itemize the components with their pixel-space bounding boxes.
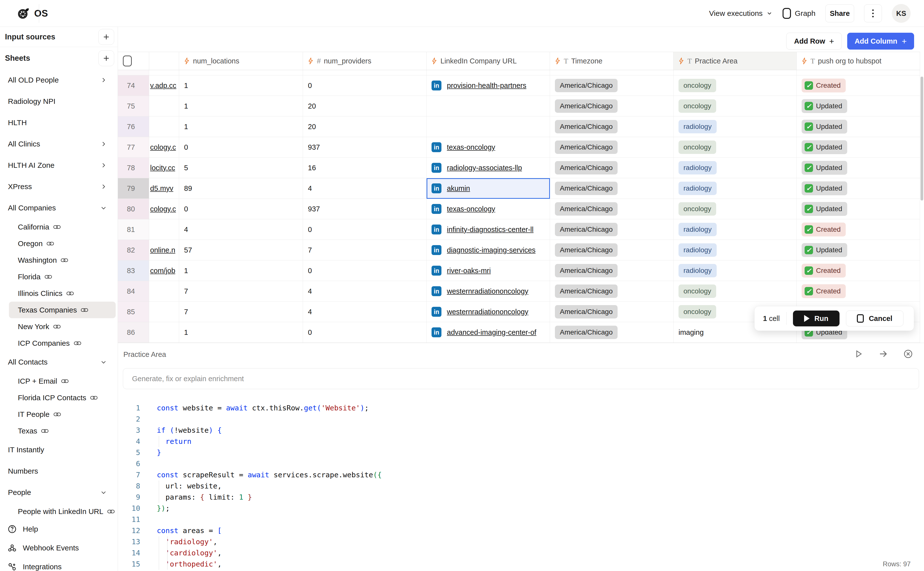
linkedin-cell[interactable] bbox=[427, 116, 550, 137]
row-number[interactable]: 74 bbox=[118, 76, 149, 96]
row-number[interactable]: 83 bbox=[118, 261, 149, 281]
num-providers-cell[interactable]: 937 bbox=[303, 199, 427, 219]
website-cell[interactable]: d5.myv bbox=[149, 178, 179, 199]
num-providers-cell[interactable]: 20 bbox=[303, 116, 427, 137]
website-cell[interactable] bbox=[149, 116, 179, 137]
timezone-cell[interactable]: America/Chicago bbox=[550, 261, 673, 281]
view-executions-dropdown[interactable]: View executions bbox=[709, 9, 772, 18]
website-cell[interactable]: v.adp.cc bbox=[149, 76, 179, 96]
code-line[interactable]: 15 'orthopedic', bbox=[123, 559, 924, 570]
code-editor[interactable]: 1const website = await ctx.thisRow.get('… bbox=[123, 403, 924, 571]
share-button[interactable]: Share bbox=[825, 5, 854, 22]
practice-area-cell[interactable]: oncology bbox=[673, 137, 797, 157]
push-hubspot-cell[interactable]: ✓Created bbox=[797, 76, 920, 96]
linkedin-cell[interactable]: inwesternradiationoncology bbox=[427, 302, 550, 322]
sidebar-item-illinois-clinics[interactable]: Illinois Clinics bbox=[0, 285, 118, 302]
sidebar-item-all-old-people[interactable]: All OLD People bbox=[0, 69, 118, 91]
select-all-checkbox[interactable] bbox=[123, 56, 132, 66]
sidebar-item-all-contacts[interactable]: All Contacts bbox=[0, 352, 118, 373]
sidebar-item-california[interactable]: California bbox=[0, 219, 118, 235]
sidebar-item-xpress[interactable]: XPress bbox=[0, 176, 118, 197]
num-locations-cell[interactable]: 7 bbox=[179, 281, 303, 302]
num-locations-cell[interactable]: 0 bbox=[179, 137, 303, 157]
num-locations-cell[interactable]: 7 bbox=[179, 302, 303, 322]
code-line[interactable]: 10}); bbox=[123, 503, 924, 514]
column-header-select[interactable] bbox=[118, 52, 149, 70]
add-row-button[interactable]: Add Row + bbox=[786, 33, 842, 49]
push-hubspot-cell[interactable]: ✓Created bbox=[797, 261, 920, 281]
linkedin-link[interactable]: texas-oncology bbox=[447, 143, 495, 151]
practice-area-cell[interactable]: oncology bbox=[673, 96, 797, 116]
num-providers-cell[interactable]: 4 bbox=[303, 178, 427, 199]
sidebar-item-help[interactable]: Help bbox=[0, 520, 118, 539]
num-locations-cell[interactable]: 1 bbox=[179, 76, 303, 96]
push-hubspot-cell[interactable]: ✓Updated bbox=[797, 116, 920, 137]
linkedin-link[interactable]: texas-oncology bbox=[447, 205, 495, 213]
push-hubspot-cell[interactable]: ✓Updated bbox=[797, 178, 920, 199]
linkedin-link[interactable]: westernradiationoncology bbox=[447, 287, 528, 295]
timezone-cell[interactable]: America/Chicago bbox=[550, 137, 673, 157]
column-header-timezone[interactable]: TTimezone bbox=[550, 52, 673, 70]
vertical-scrollbar[interactable] bbox=[921, 77, 923, 201]
row-number[interactable]: 78 bbox=[118, 157, 149, 178]
row-number[interactable]: 80 bbox=[118, 199, 149, 219]
code-line[interactable]: 7const scrapeResult = await services.scr… bbox=[123, 469, 924, 480]
sidebar-item-icp-companies[interactable]: ICP Companies bbox=[0, 335, 118, 352]
column-header-website[interactable] bbox=[149, 52, 179, 70]
add-column-button[interactable]: Add Column + bbox=[847, 33, 914, 49]
practice-area-cell[interactable]: radiology bbox=[673, 178, 797, 199]
code-line[interactable]: 12const areas = [ bbox=[123, 525, 924, 536]
practice-area-cell[interactable]: radiology bbox=[673, 261, 797, 281]
push-hubspot-cell[interactable]: ✓Updated bbox=[797, 96, 920, 116]
code-line[interactable]: 2 bbox=[123, 414, 924, 425]
sidebar-item-people[interactable]: People bbox=[0, 482, 118, 503]
linkedin-link[interactable]: river-oaks-mri bbox=[447, 267, 491, 275]
timezone-cell[interactable]: America/Chicago bbox=[550, 178, 673, 199]
linkedin-cell[interactable]: inakumin bbox=[427, 178, 550, 199]
column-header-push[interactable]: Tpush org to hubspot bbox=[797, 52, 920, 70]
num-locations-cell[interactable]: 0 bbox=[179, 199, 303, 219]
sidebar-item-people-with-linkedin-url[interactable]: People with LinkedIn URL bbox=[0, 503, 118, 520]
num-locations-cell[interactable]: 5 bbox=[179, 157, 303, 178]
num-locations-cell[interactable]: 1 bbox=[179, 96, 303, 116]
website-cell[interactable] bbox=[149, 219, 179, 240]
website-cell[interactable] bbox=[149, 302, 179, 322]
linkedin-link[interactable]: advanced-imaging-center-of bbox=[447, 329, 536, 336]
linkedin-link[interactable]: provision-health-partners bbox=[447, 82, 527, 90]
timezone-cell[interactable]: America/Chicago bbox=[550, 157, 673, 178]
website-cell[interactable]: online.n bbox=[149, 240, 179, 261]
linkedin-cell[interactable] bbox=[427, 96, 550, 116]
linkedin-cell[interactable]: intexas-oncology bbox=[427, 137, 550, 157]
push-hubspot-cell[interactable]: ✓Created bbox=[797, 219, 920, 240]
website-cell[interactable]: cology.c bbox=[149, 199, 179, 219]
run-enrichment-icon[interactable] bbox=[854, 349, 863, 358]
code-line[interactable]: 4 return bbox=[123, 436, 924, 447]
code-line[interactable]: 13 'radiology', bbox=[123, 536, 924, 548]
push-hubspot-cell[interactable]: ✓Updated bbox=[797, 137, 920, 157]
sidebar-item-oregon[interactable]: Oregon bbox=[0, 235, 118, 252]
more-options-button[interactable] bbox=[864, 5, 882, 22]
linkedin-cell[interactable]: inprovision-health-partners bbox=[427, 76, 550, 96]
num-providers-cell[interactable]: 0 bbox=[303, 261, 427, 281]
website-cell[interactable]: com/job bbox=[149, 261, 179, 281]
practice-area-cell[interactable]: radiology bbox=[673, 240, 797, 261]
row-number[interactable]: 79 bbox=[118, 178, 149, 199]
sidebar-item-texas[interactable]: Texas bbox=[0, 423, 118, 439]
column-header-practice[interactable]: TPractice Area bbox=[673, 52, 797, 70]
run-button[interactable]: Run bbox=[793, 310, 839, 326]
push-hubspot-cell[interactable]: ✓Updated bbox=[797, 157, 920, 178]
push-hubspot-cell[interactable]: ✓Updated bbox=[797, 240, 920, 261]
timezone-cell[interactable]: America/Chicago bbox=[550, 76, 673, 96]
sidebar-item-washington[interactable]: Washington bbox=[0, 252, 118, 269]
practice-area-cell[interactable]: oncology bbox=[673, 281, 797, 302]
code-line[interactable]: 5} bbox=[123, 447, 924, 458]
timezone-cell[interactable]: America/Chicago bbox=[550, 219, 673, 240]
num-locations-cell[interactable]: 1 bbox=[179, 116, 303, 137]
num-locations-cell[interactable]: 89 bbox=[179, 178, 303, 199]
column-header-linkedin[interactable]: LinkedIn Company URL bbox=[427, 52, 550, 70]
linkedin-link[interactable]: radiology-associates-llp bbox=[447, 164, 522, 172]
push-hubspot-cell[interactable]: ✓Updated bbox=[797, 199, 920, 219]
code-line[interactable]: 9 params: { limit: 1 } bbox=[123, 492, 924, 503]
linkedin-cell[interactable]: intexas-oncology bbox=[427, 199, 550, 219]
website-cell[interactable] bbox=[149, 96, 179, 116]
